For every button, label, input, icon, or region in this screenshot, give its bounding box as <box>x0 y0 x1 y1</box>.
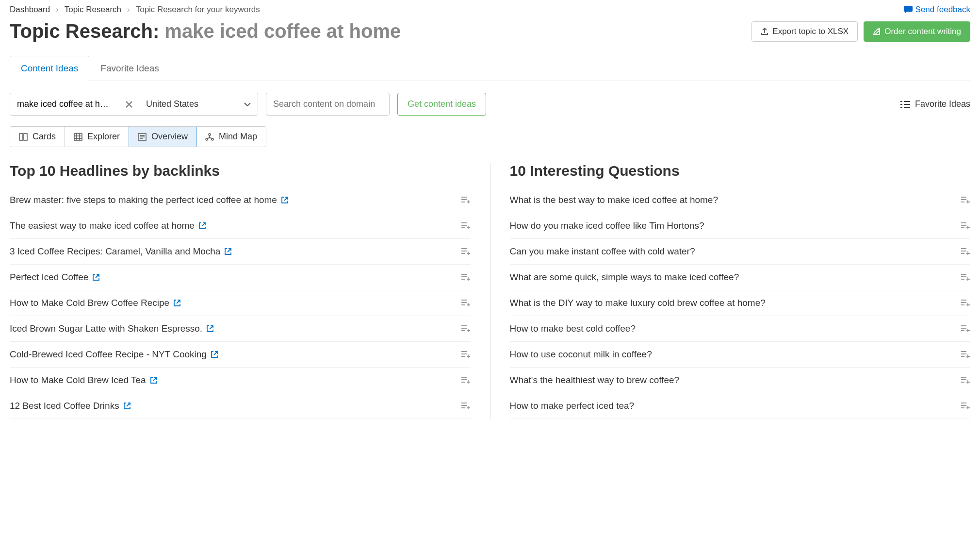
domain-search-input[interactable] <box>266 93 390 116</box>
question-row: How to make perfect iced tea? <box>510 393 971 419</box>
question-text: What's the healthiest way to brew coffee… <box>510 375 680 386</box>
add-to-favorites-icon[interactable] <box>961 273 970 281</box>
questions-title: 10 Interesting Questions <box>510 163 971 179</box>
question-row: What's the healthiest way to brew coffee… <box>510 368 971 393</box>
question-text: How to make best cold coffee? <box>510 323 636 334</box>
svg-rect-1 <box>24 134 27 140</box>
external-link-icon[interactable] <box>224 248 232 255</box>
question-row: How to make best cold coffee? <box>510 316 971 342</box>
upload-icon <box>761 28 768 35</box>
headline-row: Iced Brown Sugar Latte with Shaken Espre… <box>10 316 471 342</box>
add-to-favorites-icon[interactable] <box>461 222 471 230</box>
order-content-button[interactable]: Order content writing <box>864 21 970 42</box>
question-row: How to use coconut milk in coffee? <box>510 342 971 368</box>
headline-row: Brew master: five steps to making the pe… <box>10 191 471 213</box>
question-row: What is the DIY way to make luxury cold … <box>510 290 971 316</box>
breadcrumb-topic-research[interactable]: Topic Research <box>65 5 121 15</box>
headline-text: The easiest way to make iced coffee at h… <box>10 220 195 231</box>
add-to-favorites-icon[interactable] <box>461 248 471 255</box>
cards-icon <box>19 133 28 141</box>
question-row: Can you make instant coffee with cold wa… <box>510 239 971 265</box>
headline-text: Perfect Iced Coffee <box>10 272 88 283</box>
question-text: What is the best way to make iced coffee… <box>510 195 719 205</box>
headline-row: 12 Best Iced Coffee Drinks <box>10 393 471 419</box>
send-feedback-link[interactable]: Send feedback <box>904 5 970 15</box>
view-tabs: Cards Explorer Overview Mind Map <box>10 126 266 147</box>
view-tab-mindmap[interactable]: Mind Map <box>196 127 266 147</box>
headline-row: 3 Iced Coffee Recipes: Caramel, Vanilla … <box>10 239 471 265</box>
close-icon <box>125 101 133 108</box>
headline-text: Cold-Brewed Iced Coffee Recipe - NYT Coo… <box>10 349 207 360</box>
add-to-favorites-icon[interactable] <box>961 325 970 333</box>
tab-favorite-ideas[interactable]: Favorite Ideas <box>89 56 170 81</box>
tab-content-ideas[interactable]: Content Ideas <box>10 56 89 81</box>
question-text: How to use coconut milk in coffee? <box>510 349 652 360</box>
headline-text: 3 Iced Coffee Recipes: Caramel, Vanilla … <box>10 246 220 257</box>
breadcrumb: Dashboard › Topic Research › Topic Resea… <box>10 5 260 15</box>
headline-row: Perfect Iced Coffee <box>10 265 471 290</box>
add-to-favorites-icon[interactable] <box>961 248 970 255</box>
headline-text: How to Make Cold Brew Coffee Recipe <box>10 298 169 308</box>
question-text: How do you make iced coffee like Tim Hor… <box>510 220 704 231</box>
get-content-ideas-button[interactable]: Get content ideas <box>397 93 486 116</box>
view-tab-cards[interactable]: Cards <box>10 127 65 147</box>
external-link-icon[interactable] <box>123 402 131 410</box>
question-text: What are some quick, simple ways to make… <box>510 272 739 283</box>
headlines-column: Top 10 Headlines by backlinks Brew maste… <box>10 163 490 419</box>
add-to-favorites-icon[interactable] <box>461 325 471 333</box>
breadcrumb-current: Topic Research for your keywords <box>136 5 260 15</box>
add-to-favorites-icon[interactable] <box>461 402 471 410</box>
chevron-right-icon: › <box>127 5 130 15</box>
add-to-favorites-icon[interactable] <box>461 299 471 307</box>
add-to-favorites-icon[interactable] <box>961 351 970 358</box>
question-row: What is the best way to make iced coffee… <box>510 191 971 213</box>
country-select[interactable]: United States <box>139 93 258 115</box>
external-link-icon[interactable] <box>92 273 100 281</box>
edit-icon <box>873 28 881 35</box>
view-tab-explorer[interactable]: Explorer <box>65 127 129 147</box>
headline-row: Cold-Brewed Iced Coffee Recipe - NYT Coo… <box>10 342 471 368</box>
add-to-favorites-icon[interactable] <box>461 376 471 384</box>
svg-rect-0 <box>19 134 23 140</box>
chevron-right-icon: › <box>56 5 59 15</box>
favorite-ideas-link[interactable]: Favorite Ideas <box>900 99 970 109</box>
add-to-favorites-icon[interactable] <box>961 222 970 230</box>
list-icon <box>900 101 910 108</box>
svg-point-4 <box>209 134 211 135</box>
headline-text: 12 Best Iced Coffee Drinks <box>10 401 119 411</box>
add-to-favorites-icon[interactable] <box>961 402 970 410</box>
external-link-icon[interactable] <box>150 376 158 384</box>
breadcrumb-dashboard[interactable]: Dashboard <box>10 5 50 15</box>
question-text: What is the DIY way to make luxury cold … <box>510 298 766 308</box>
headline-text: Iced Brown Sugar Latte with Shaken Espre… <box>10 323 202 334</box>
headline-row: How to Make Cold Brew Coffee Recipe <box>10 290 471 316</box>
overview-icon <box>138 133 147 141</box>
headline-text: Brew master: five steps to making the pe… <box>10 195 277 205</box>
main-tabs: Content Ideas Favorite Ideas <box>10 56 970 81</box>
mindmap-icon <box>205 133 214 141</box>
chevron-down-icon <box>244 102 251 106</box>
clear-keyword-button[interactable] <box>119 93 139 115</box>
add-to-favorites-icon[interactable] <box>961 299 970 307</box>
add-to-favorites-icon[interactable] <box>961 196 970 204</box>
table-icon <box>74 133 82 141</box>
keyword-input[interactable] <box>10 93 119 115</box>
external-link-icon[interactable] <box>211 351 218 358</box>
external-link-icon[interactable] <box>173 299 181 307</box>
view-tab-overview[interactable]: Overview <box>129 126 197 147</box>
question-text: How to make perfect iced tea? <box>510 401 635 411</box>
add-to-favorites-icon[interactable] <box>961 376 970 384</box>
external-link-icon[interactable] <box>198 222 206 230</box>
add-to-favorites-icon[interactable] <box>461 196 471 204</box>
questions-column: 10 Interesting Questions What is the bes… <box>490 163 971 419</box>
question-text: Can you make instant coffee with cold wa… <box>510 246 695 257</box>
external-link-icon[interactable] <box>281 196 289 204</box>
comment-icon <box>904 6 913 14</box>
external-link-icon[interactable] <box>206 325 214 333</box>
keyword-country-group: United States <box>10 93 258 116</box>
export-button[interactable]: Export topic to XLSX <box>751 21 858 42</box>
add-to-favorites-icon[interactable] <box>461 351 471 358</box>
add-to-favorites-icon[interactable] <box>461 273 471 281</box>
question-row: How do you make iced coffee like Tim Hor… <box>510 213 971 239</box>
question-row: What are some quick, simple ways to make… <box>510 265 971 290</box>
